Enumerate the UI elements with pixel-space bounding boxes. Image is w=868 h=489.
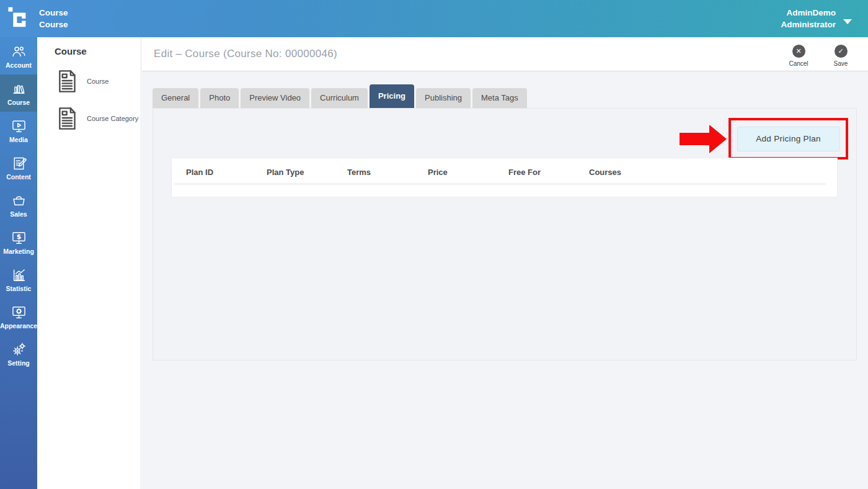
- table-header-divider: [175, 184, 825, 184]
- sidebar-item-course[interactable]: Course: [0, 74, 37, 112]
- sidebar-item-sales[interactable]: Sales: [0, 186, 37, 223]
- header-title: Course Course: [39, 7, 68, 30]
- secondary-sidebar-items: Course Course Category: [55, 68, 141, 132]
- appearance-icon: [11, 304, 27, 321]
- subsidebar-item-course[interactable]: Course: [55, 68, 141, 95]
- user-menu[interactable]: AdminDemo Administrator: [781, 7, 836, 30]
- chart-icon: [11, 267, 27, 284]
- secondary-sidebar: Course Course Course Category: [37, 37, 141, 489]
- page-title-bar: Edit – Course (Course No: 00000046) ✕ Ca…: [142, 37, 868, 71]
- svg-text:$: $: [16, 233, 20, 241]
- main-area: Edit – Course (Course No: 00000046) ✕ Ca…: [142, 37, 868, 489]
- sidebar-item-appearance[interactable]: Appearance: [0, 298, 37, 335]
- icon-rail: Account Course Media Content Sales $ Mar…: [0, 37, 37, 489]
- action-save[interactable]: ✓ Save: [827, 45, 854, 67]
- user-role: Administrator: [781, 19, 836, 30]
- header-title-line1: Course: [39, 7, 68, 19]
- user-name: AdminDemo: [781, 7, 836, 19]
- pricing-table: Plan IDPlan TypeTermsPriceFree ForCourse…: [171, 158, 838, 197]
- annotation-highlight-rect: Add Pricing Plan: [728, 118, 848, 159]
- sidebar-item-content[interactable]: Content: [0, 149, 37, 186]
- column-header-price: Price: [428, 168, 508, 177]
- sidebar-item-account[interactable]: Account: [0, 37, 37, 74]
- tab-meta-tags[interactable]: Meta Tags: [472, 88, 527, 108]
- setting-icon: [11, 341, 27, 358]
- page-title: Edit – Course (Course No: 00000046): [154, 48, 337, 60]
- tab-publishing[interactable]: Publishing: [416, 88, 471, 108]
- header-title-line2: Course: [39, 19, 68, 30]
- sidebar-item-setting[interactable]: Setting: [0, 335, 37, 372]
- app-logo[interactable]: [0, 0, 37, 37]
- tab-curriculum[interactable]: Curriculum: [311, 88, 368, 108]
- tab-general[interactable]: General: [153, 88, 198, 108]
- column-header-plan-id: Plan ID: [186, 168, 267, 177]
- column-header-terms: Terms: [347, 168, 428, 177]
- sidebar-item-media[interactable]: Media: [0, 112, 37, 149]
- document-icon: [55, 68, 79, 95]
- sidebar-item-marketing[interactable]: $ Marketing: [0, 223, 37, 261]
- column-header-courses: Courses: [589, 168, 670, 177]
- pricing-table-header-row: Plan IDPlan TypeTermsPriceFree ForCourse…: [172, 168, 837, 177]
- pricing-panel: Add Pricing Plan Plan IDPlan TypeTermsPr…: [153, 108, 857, 361]
- action-cancel[interactable]: ✕ Cancel: [785, 45, 812, 67]
- annotation-arrow-icon: [680, 125, 727, 153]
- content-icon: [11, 155, 27, 172]
- column-header-plan-type: Plan Type: [267, 168, 347, 177]
- tabs-row: GeneralPhotoPreview VideoCurriculumPrici…: [153, 84, 868, 108]
- sidebar-item-statistic[interactable]: Statistic: [0, 261, 37, 298]
- subsidebar-item-course-category[interactable]: Course Category: [55, 105, 141, 132]
- column-header-free-for: Free For: [508, 168, 589, 177]
- add-pricing-plan-button[interactable]: Add Pricing Plan: [737, 127, 840, 151]
- library-icon: [11, 81, 27, 97]
- tab-photo[interactable]: Photo: [200, 88, 239, 108]
- chevron-down-icon[interactable]: [843, 19, 852, 24]
- app-header: Course Course AdminDemo Administrator: [0, 0, 868, 37]
- title-actions: ✕ Cancel ✓ Save: [785, 41, 854, 67]
- document-icon: [55, 105, 79, 132]
- media-icon: [11, 118, 27, 135]
- marketing-icon: $: [11, 230, 27, 246]
- secondary-sidebar-title: Course: [55, 46, 141, 56]
- tab-pricing[interactable]: Pricing: [370, 84, 414, 108]
- basket-icon: [11, 192, 27, 209]
- logo-icon: [6, 6, 32, 32]
- users-icon: [11, 43, 27, 60]
- tab-preview-video[interactable]: Preview Video: [241, 88, 309, 108]
